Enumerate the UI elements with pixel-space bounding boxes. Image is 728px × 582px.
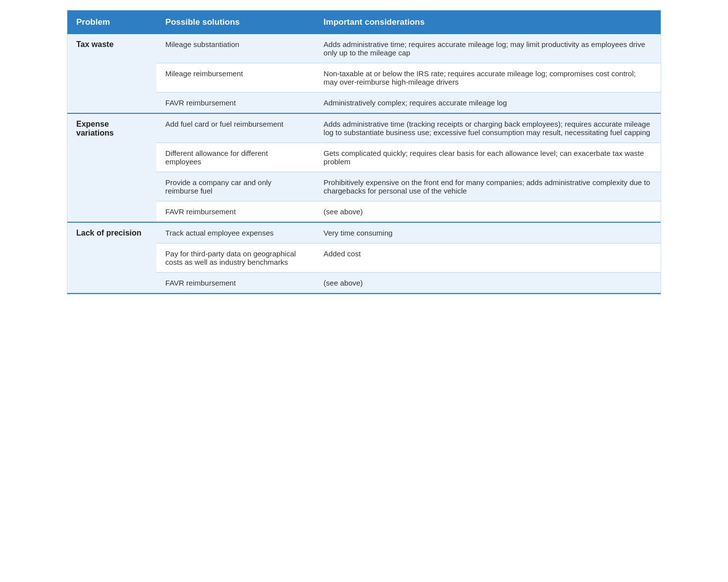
table-row: Mileage reimbursementNon-taxable at or b… [67, 63, 661, 93]
consideration-cell: Non-taxable at or below the IRS rate; re… [314, 63, 661, 93]
header-considerations: Important considerations [314, 10, 661, 34]
solution-cell: Mileage substantiation [156, 34, 315, 63]
problem-cell: Expense variations [67, 113, 156, 222]
consideration-cell: Added cost [314, 243, 661, 273]
consideration-cell: Prohibitively expensive on the front end… [314, 172, 661, 201]
comparison-table: Problem Possible solutions Important con… [67, 10, 661, 294]
problem-cell: Lack of precision [67, 222, 156, 293]
table-row: FAVR reimbursementAdministratively compl… [67, 93, 661, 114]
consideration-cell: Very time consuming [314, 222, 661, 243]
table-row: FAVR reimbursement(see above) [67, 273, 661, 294]
header-solutions: Possible solutions [156, 10, 315, 34]
consideration-cell: Gets complicated quickly; requires clear… [314, 143, 661, 172]
header-problem: Problem [67, 10, 156, 34]
table-row: Provide a company car and only reimburse… [67, 172, 661, 201]
solution-cell: Mileage reimbursement [156, 63, 315, 93]
solution-cell: Different allowance for different employ… [156, 143, 315, 172]
solution-cell: Add fuel card or fuel reimbursement [156, 113, 315, 143]
consideration-cell: Administratively complex; requires accur… [314, 93, 661, 114]
solution-cell: Track actual employee expenses [156, 222, 315, 243]
table-row: Lack of precisionTrack actual employee e… [67, 222, 661, 243]
table-row: Pay for third-party data on geographical… [67, 243, 661, 273]
table-row: Tax wasteMileage substantiationAdds admi… [67, 34, 661, 63]
solution-cell: Pay for third-party data on geographical… [156, 243, 315, 273]
solution-cell: FAVR reimbursement [156, 273, 315, 294]
problem-cell: Tax waste [67, 34, 156, 113]
table-row: Expense variationsAdd fuel card or fuel … [67, 113, 661, 143]
solution-cell: FAVR reimbursement [156, 93, 315, 114]
table-row: FAVR reimbursement(see above) [67, 201, 661, 223]
table-header-row: Problem Possible solutions Important con… [67, 10, 661, 34]
consideration-cell: (see above) [314, 201, 661, 223]
solution-cell: FAVR reimbursement [156, 201, 315, 223]
consideration-cell: Adds administrative time (tracking recei… [314, 113, 661, 143]
consideration-cell: (see above) [314, 273, 661, 294]
solution-cell: Provide a company car and only reimburse… [156, 172, 315, 201]
main-table-container: Problem Possible solutions Important con… [67, 10, 661, 294]
consideration-cell: Adds administrative time; requires accur… [314, 34, 661, 63]
table-row: Different allowance for different employ… [67, 143, 661, 172]
